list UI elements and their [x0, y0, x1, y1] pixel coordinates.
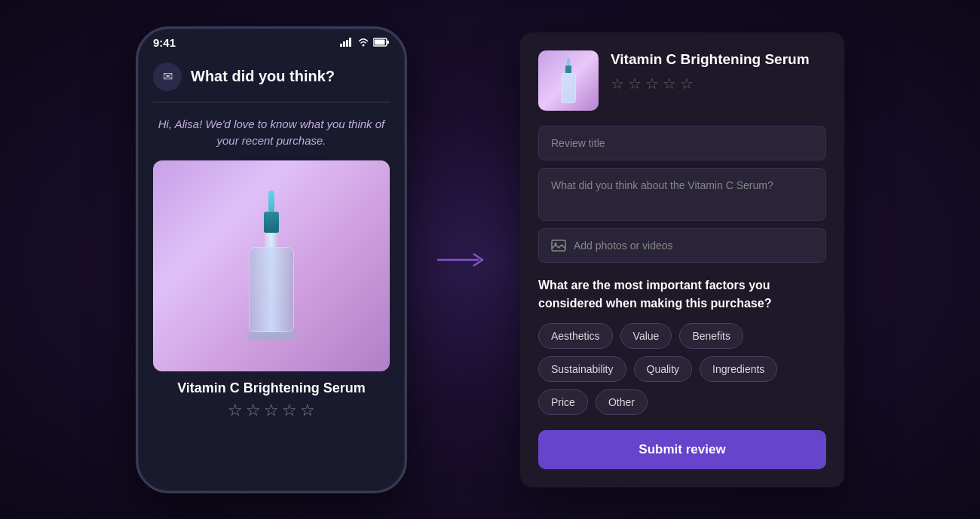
- svg-rect-9: [552, 240, 565, 251]
- email-icon: ✉: [153, 63, 182, 91]
- email-envelope-icon: ✉: [163, 69, 173, 84]
- review-body-placeholder: What did you think about the Vitamin C S…: [551, 179, 773, 191]
- tag-quality[interactable]: Quality: [634, 356, 693, 382]
- wifi-icon: [357, 38, 369, 47]
- serum-bottle-illustration: [241, 191, 302, 341]
- bottle-neck: [265, 233, 278, 247]
- submit-review-button[interactable]: Submit review: [538, 430, 826, 469]
- review-panel: Vitamin C Brightening Serum ☆ ☆ ☆ ☆ ☆ Re…: [520, 32, 844, 487]
- review-title-placeholder: Review title: [551, 137, 605, 149]
- phone-star-1[interactable]: ☆: [228, 401, 243, 420]
- add-media-button[interactable]: Add photos or videos: [538, 228, 826, 263]
- tag-sustainability[interactable]: Sustainability: [538, 356, 626, 382]
- tag-price[interactable]: Price: [538, 389, 588, 415]
- bottle-dropper-tip: [268, 191, 274, 212]
- panel-star-5[interactable]: ☆: [680, 75, 694, 93]
- phone-stars: ☆ ☆ ☆ ☆ ☆: [153, 401, 390, 420]
- bottle-dropper-cap: [264, 212, 279, 233]
- tag-other[interactable]: Other: [596, 389, 648, 415]
- panel-stars: ☆ ☆ ☆ ☆ ☆: [611, 75, 826, 93]
- mini-bottle-tip: [567, 58, 570, 66]
- product-thumbnail: [538, 50, 599, 111]
- arrow-divider: [437, 249, 490, 271]
- signal-icon: [340, 38, 354, 47]
- mini-bottle-body: [561, 73, 576, 103]
- mini-bottle-cap: [565, 66, 571, 73]
- email-body-text: Hi, Alisa! We'd love to know what you th…: [153, 102, 390, 160]
- svg-rect-6: [387, 41, 389, 44]
- main-scene: 9:41: [136, 26, 844, 493]
- tag-benefits[interactable]: Benefits: [679, 323, 743, 349]
- svg-rect-1: [343, 41, 345, 47]
- bottle-base: [247, 332, 296, 340]
- panel-product-title: Vitamin C Brightening Serum: [611, 50, 826, 69]
- product-info: Vitamin C Brightening Serum ☆ ☆ ☆ ☆ ☆: [611, 50, 826, 93]
- review-body-field[interactable]: What did you think about the Vitamin C S…: [538, 168, 826, 221]
- svg-rect-3: [349, 38, 351, 47]
- add-media-icon: [551, 240, 566, 252]
- tag-value[interactable]: Value: [620, 323, 672, 349]
- phone-star-4[interactable]: ☆: [282, 401, 297, 420]
- product-header: Vitamin C Brightening Serum ☆ ☆ ☆ ☆ ☆: [538, 50, 826, 111]
- mini-bottle-illustration: [558, 58, 579, 103]
- svg-point-4: [363, 44, 365, 47]
- phone-star-3[interactable]: ☆: [264, 401, 279, 420]
- tag-aesthetics[interactable]: Aesthetics: [538, 323, 613, 349]
- svg-rect-7: [375, 40, 385, 45]
- bottle-body: [249, 247, 294, 332]
- arrow-icon: [437, 249, 490, 271]
- phone-notch: [222, 29, 320, 50]
- svg-rect-0: [340, 44, 342, 47]
- email-header: ✉ What did you think?: [153, 52, 390, 102]
- purchase-question: What are the most important factors you …: [538, 276, 826, 313]
- review-title-field[interactable]: Review title: [538, 126, 826, 160]
- phone-product-image: [153, 160, 390, 371]
- status-time: 9:41: [153, 36, 176, 49]
- panel-star-3[interactable]: ☆: [645, 75, 659, 93]
- phone-star-2[interactable]: ☆: [246, 401, 261, 420]
- svg-rect-2: [346, 40, 348, 47]
- status-icons: [340, 38, 390, 47]
- add-media-label: Add photos or videos: [574, 240, 673, 252]
- tags-container: Aesthetics Value Benefits Sustainability…: [538, 323, 826, 415]
- panel-star-1[interactable]: ☆: [611, 75, 624, 93]
- phone-content: ✉ What did you think? Hi, Alisa! We'd lo…: [138, 52, 405, 420]
- phone-mockup: 9:41: [136, 26, 407, 493]
- panel-star-4[interactable]: ☆: [663, 75, 676, 93]
- phone-product-name: Vitamin C Brightening Serum: [153, 380, 390, 396]
- panel-star-2[interactable]: ☆: [628, 75, 642, 93]
- email-header-title: What did you think?: [191, 68, 335, 85]
- battery-icon: [373, 38, 390, 47]
- tag-ingredients[interactable]: Ingredients: [700, 356, 777, 382]
- phone-star-5[interactable]: ☆: [300, 401, 315, 420]
